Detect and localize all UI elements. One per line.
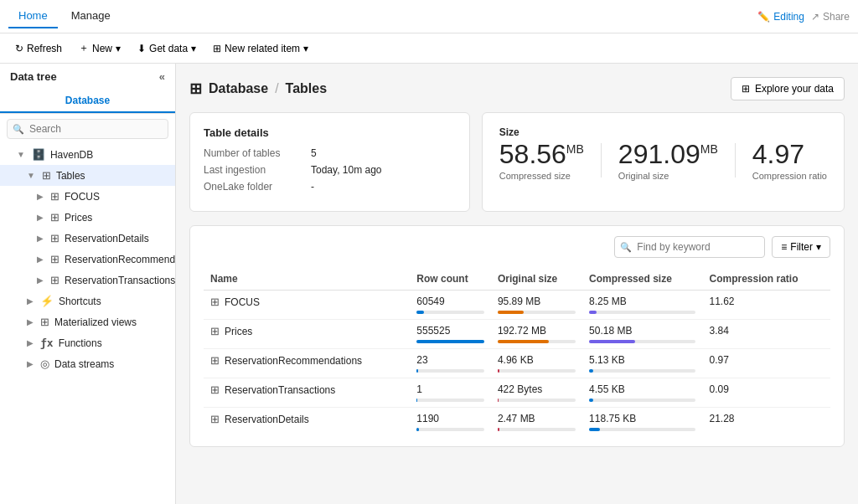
- cell-compressionratio: 0.09: [702, 378, 830, 408]
- sidebar-item-label: Functions: [59, 337, 102, 349]
- refresh-icon: ↻: [15, 43, 23, 54]
- breadcrumb-db: Database: [209, 81, 268, 96]
- sidebar-items: ▼ 🗄️ HavenDB ▼ ⊞ Tables ▶ ⊞ FOCUS ▶ ⊞ Pr…: [0, 144, 175, 504]
- refresh-button[interactable]: ↻ Refresh: [8, 39, 69, 58]
- sidebar-item-materializedviews[interactable]: ▶ ⊞ Materialized views: [0, 311, 175, 332]
- new-button[interactable]: ＋ New ▾: [72, 38, 127, 59]
- ratio-label: Compression ratio: [752, 171, 827, 181]
- db-icon: 🗄️: [32, 148, 45, 161]
- data-table-section: 🔍 ≡ Filter ▾ Name Row count Original siz…: [189, 225, 845, 447]
- search-icon: 🔍: [13, 124, 24, 135]
- size-card-title: Size: [499, 126, 519, 138]
- cards-row: Table details Number of tables 5 Last in…: [189, 112, 845, 212]
- row-name: ReservationRecommendations: [225, 355, 362, 367]
- onelake-label: OneLake folder: [204, 181, 304, 193]
- explore-data-button[interactable]: ⊞ Explore your data: [731, 77, 845, 100]
- related-icon: ⊞: [213, 43, 221, 54]
- sidebar-item-datastreams[interactable]: ▶ ◎ Data streams: [0, 353, 175, 374]
- download-icon: ⬇: [137, 43, 146, 54]
- sidebar-item-reservationdetails[interactable]: ▶ ⊞ ReservationDetails: [0, 228, 175, 249]
- share-label: Share: [823, 11, 850, 23]
- pencil-icon: ✏️: [757, 11, 770, 23]
- table-row: ⊞ ReservationDetails 1190 2.47 MB 118.75…: [204, 408, 830, 437]
- share-icon: ↗: [811, 11, 819, 23]
- expand-icon: ▶: [27, 359, 34, 368]
- compressedsize-value: 8.25 MB: [589, 296, 695, 307]
- sidebar-item-reservationrecommendations[interactable]: ▶ ⊞ ReservationRecommendations: [0, 249, 175, 270]
- card-row-last-ingestion: Last ingestion Today, 10m ago: [204, 164, 456, 176]
- cell-rowcount: 555525: [410, 320, 491, 349]
- cell-compressedsize: 5.13 KB: [582, 349, 702, 378]
- cell-compressedsize: 118.75 KB: [582, 408, 702, 437]
- sidebar-header: Data tree «: [0, 64, 175, 90]
- editing-label: Editing: [773, 11, 804, 23]
- cell-compressedsize: 50.18 MB: [582, 320, 702, 349]
- filter-label: Filter: [790, 241, 813, 253]
- compressed-label: Compressed size: [499, 171, 584, 181]
- size-original: 291.09MB Original size: [618, 140, 718, 181]
- new-related-button[interactable]: ⊞ New related item ▾: [206, 39, 315, 58]
- sidebar-item-label: Tables: [56, 170, 85, 182]
- table-search-input[interactable]: [614, 236, 765, 258]
- sidebar-item-focus[interactable]: ▶ ⊞ FOCUS: [0, 186, 175, 207]
- expand-icon: ▶: [37, 234, 44, 243]
- filter-icon: ≡: [781, 241, 787, 253]
- originalsize-value: 192.72 MB: [498, 325, 576, 337]
- expand-icon: ▶: [27, 296, 34, 306]
- row-name: Prices: [225, 326, 252, 337]
- row-name: ReservationDetails: [225, 414, 309, 425]
- sidebar-item-label: Prices: [65, 212, 92, 224]
- filter-button[interactable]: ≡ Filter ▾: [772, 236, 830, 258]
- sidebar-item-reservationtransactions[interactable]: ▶ ⊞ ReservationTransactions: [0, 270, 175, 291]
- tab-home[interactable]: Home: [8, 4, 58, 28]
- compressedsize-value: 5.13 KB: [589, 354, 695, 366]
- chevron-down-icon: ▾: [116, 43, 121, 54]
- datastreams-icon: ◎: [40, 357, 49, 370]
- cell-originalsize: 192.72 MB: [491, 320, 582, 349]
- main-layout: Data tree « Database 🔍 ▼ 🗄️ HavenDB ▼ ⊞ …: [0, 64, 858, 504]
- table-row: ⊞ FOCUS 60549 95.89 MB 8.25 MB 11.62: [204, 291, 830, 320]
- nav-tabs: Home Manage: [8, 4, 121, 28]
- get-data-label: Get data: [149, 43, 188, 54]
- card-row-num-tables: Number of tables 5: [204, 147, 456, 159]
- chevron-down-icon3: ▾: [303, 43, 308, 54]
- sidebar-item-havendb[interactable]: ▼ 🗄️ HavenDB: [0, 144, 175, 165]
- expand-icon: ▶: [37, 275, 44, 285]
- sidebar-tabs: Database: [0, 90, 175, 114]
- rowcount-value: 1190: [416, 413, 484, 424]
- sidebar-tab-database[interactable]: Database: [0, 90, 175, 113]
- cell-rowcount: 1190: [410, 408, 491, 437]
- cell-compressionratio: 21.28: [702, 408, 830, 437]
- compressedsize-value: 4.55 KB: [589, 383, 695, 395]
- editing-button[interactable]: ✏️ Editing: [757, 11, 804, 23]
- expand-icon: ▶: [37, 255, 44, 264]
- get-data-button[interactable]: ⬇ Get data ▾: [131, 39, 203, 58]
- cell-name: ⊞ Prices: [204, 320, 410, 349]
- ratio-number: 4.97: [752, 140, 827, 169]
- table-row: ⊞ Prices 555525 192.72 MB 50.18 MB 3.84: [204, 320, 830, 349]
- originalsize-value: 95.89 MB: [498, 296, 576, 307]
- last-ingestion-label: Last ingestion: [204, 164, 304, 176]
- row-name: FOCUS: [225, 296, 260, 308]
- num-tables-value: 5: [311, 147, 317, 159]
- table-icon: ⊞: [50, 211, 59, 224]
- sidebar-item-functions[interactable]: ▶ ƒx Functions: [0, 332, 175, 353]
- cell-originalsize: 4.96 KB: [491, 349, 582, 378]
- sidebar-item-label: ReservationTransactions: [65, 275, 175, 286]
- originalsize-value: 2.47 MB: [498, 413, 576, 424]
- new-related-label: New related item: [225, 43, 300, 54]
- sidebar-search-input[interactable]: [7, 119, 168, 139]
- toolbar: ↻ Refresh ＋ New ▾ ⬇ Get data ▾ ⊞ New rel…: [0, 33, 858, 64]
- sidebar-collapse-button[interactable]: «: [159, 70, 165, 83]
- share-button[interactable]: ↗ Share: [811, 11, 850, 23]
- top-nav: Home Manage ✏️ Editing ↗ Share: [0, 0, 858, 33]
- table-icon: ⊞: [210, 296, 220, 308]
- table-search-wrap: 🔍: [614, 236, 765, 258]
- sidebar-item-tables[interactable]: ▼ ⊞ Tables: [0, 165, 175, 186]
- cell-compressedsize: 8.25 MB: [582, 291, 702, 320]
- sidebar-item-prices[interactable]: ▶ ⊞ Prices: [0, 207, 175, 228]
- sidebar-item-shortcuts[interactable]: ▶ ⚡ Shortcuts: [0, 291, 175, 311]
- data-table: Name Row count Original size Compressed …: [204, 268, 830, 436]
- tab-manage[interactable]: Manage: [61, 4, 121, 28]
- sidebar-item-label: ReservationRecommendations: [65, 254, 175, 265]
